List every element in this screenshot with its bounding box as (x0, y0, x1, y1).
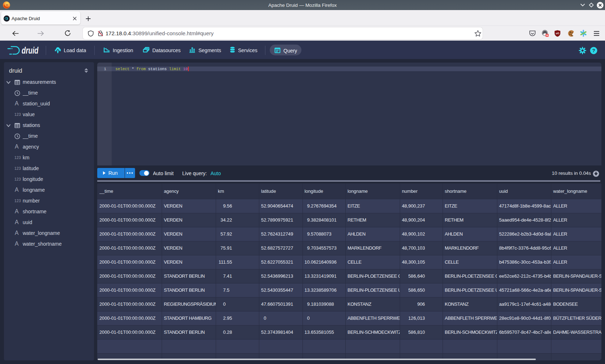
svg-text:uO: uO (556, 32, 559, 35)
svg-text:?: ? (592, 48, 595, 53)
